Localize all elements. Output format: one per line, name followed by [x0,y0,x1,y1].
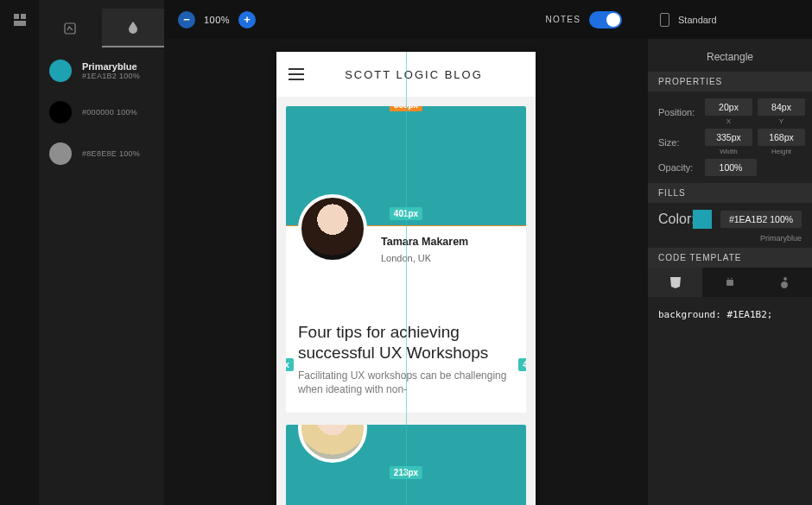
post-card: 213px Rosie Hamilton Newcastle, UK [286,425,526,505]
phone-icon [660,13,669,27]
author-name: Tamara Makarem [381,236,514,248]
author-location: London, UK [381,253,514,263]
measure-center: 401px [390,207,422,220]
inspector-panel: Standard Rectangle PROPERTIES Position: … [648,0,812,505]
svg-rect-4 [661,13,669,26]
tool-strip [0,0,39,505]
tab-annotations[interactable] [39,9,102,47]
zoom-level: 100% [204,15,230,25]
swatch-name: Primaryblue [82,61,140,72]
swatch-dot [49,142,72,165]
notes-label: NOTES [546,15,580,24]
notes-toggle[interactable] [589,11,622,28]
android-icon [724,276,736,288]
code-tab-ios[interactable] [758,268,812,297]
swatch-value: #8E8E8E 100% [82,149,140,158]
code-header: CODE TEMPLATE [648,248,812,268]
code-output[interactable]: background: #1EA1B2; [648,297,812,332]
measure-center: 213px [390,466,422,479]
svg-rect-0 [14,14,19,19]
fill-color-name: Primaryblue [648,234,812,243]
zoom-in-button[interactable]: + [238,11,256,28]
swatch-dot [49,101,72,123]
hero-rectangle[interactable]: 213px Rosie Hamilton Newcastle, UK [286,425,526,505]
position-label: Position: [658,107,705,117]
hamburger-icon[interactable] [289,68,304,80]
swatch-value: #000000 100% [82,108,137,117]
swatch-black[interactable]: #000000 100% [49,101,154,123]
measure-left-pad: 40px [286,358,294,371]
measure-right-pad: 40px [518,358,526,371]
fill-value[interactable]: #1EA1B2 100% [720,211,802,228]
droplet-icon [128,22,138,34]
top-bar: − 100% + NOTES [164,0,648,39]
size-label: Size: [658,137,705,148]
device-select[interactable]: Standard [678,15,717,25]
svg-rect-2 [14,21,26,26]
css-icon [669,275,682,289]
measure-width: 335px [390,106,422,111]
post-excerpt: Facilitating UX workshops can be challen… [286,369,526,413]
post-title: Four tips for achieving successful UX Wo… [286,312,526,369]
swatch-grey[interactable]: #8E8E8E 100% [49,142,154,165]
svg-point-6 [727,278,729,280]
code-tab-css[interactable] [648,268,702,297]
pos-y-input[interactable]: 84px [758,98,805,116]
blog-title: SCOTT LOGIC BLOG [304,68,523,81]
swatch-primaryblue[interactable]: Primaryblue #1EA1B2 100% [49,60,154,82]
opacity-input[interactable]: 100% [705,159,757,176]
width-input[interactable]: 335px [705,129,752,146]
canvas[interactable]: SCOTT LOGIC BLOG 335px 168px 401px Tamar… [164,39,648,505]
svg-rect-5 [726,280,733,286]
height-input[interactable]: 168px [758,129,805,146]
fill-swatch[interactable] [693,210,712,229]
zoom-out-button[interactable]: − [178,11,195,28]
author-avatar [298,194,367,263]
svg-rect-1 [21,14,26,19]
author-avatar [298,425,367,463]
apple-icon [779,276,790,288]
swatch-dot [49,60,72,82]
svg-point-7 [731,278,733,280]
tab-colors[interactable] [102,9,165,47]
color-label: Color: [658,211,693,227]
element-type: Rectangle [648,39,812,72]
fills-header: FILLS [648,183,812,203]
properties-header: PROPERTIES [648,72,812,92]
device-frame: SCOTT LOGIC BLOG 335px 168px 401px Tamar… [276,52,536,505]
svg-rect-3 [65,23,75,34]
pos-x-input[interactable]: 20px [705,98,752,116]
opacity-label: Opacity: [658,162,705,173]
code-tab-android[interactable] [702,268,757,297]
swatch-value: #1EA1B2 100% [82,72,140,80]
tool-layout[interactable] [0,0,39,39]
left-sidebar: Primaryblue #1EA1B2 100% #000000 100% #8… [39,0,164,505]
post-card: 335px 168px 401px Tamara Makarem London,… [286,106,526,413]
